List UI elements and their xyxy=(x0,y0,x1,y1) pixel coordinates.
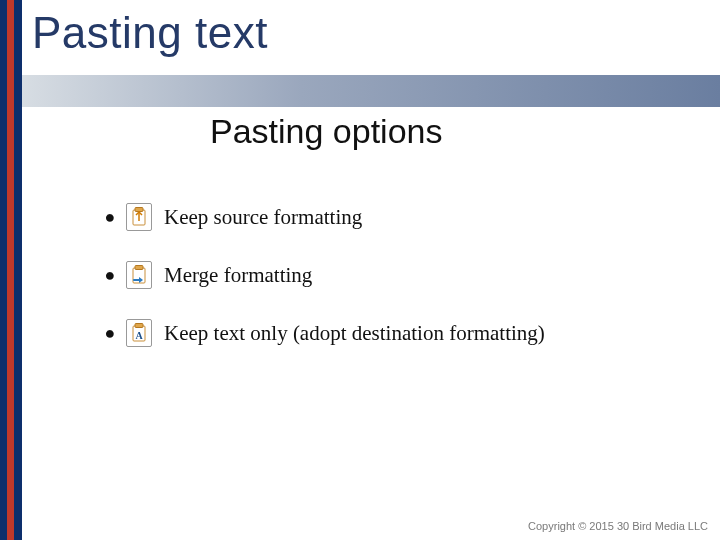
header-gradient-stripe xyxy=(22,75,720,107)
options-list: ● Keep source formatting ● Merge formatt… xyxy=(100,188,545,362)
svg-rect-1 xyxy=(135,208,143,212)
list-item-label: Keep source formatting xyxy=(164,205,362,230)
copyright-footer: Copyright © 2015 30 Bird Media LLC xyxy=(528,520,708,532)
left-accent-red-stripe xyxy=(7,0,14,540)
svg-text:A: A xyxy=(135,330,143,341)
svg-rect-3 xyxy=(135,266,143,270)
list-item: ● A Keep text only (adopt destination fo… xyxy=(100,304,545,362)
list-item-label: Merge formatting xyxy=(164,263,312,288)
keep-source-formatting-icon xyxy=(126,203,152,231)
keep-text-only-icon: A xyxy=(126,319,152,347)
list-item: ● Merge formatting xyxy=(100,246,545,304)
list-item-label: Keep text only (adopt destination format… xyxy=(164,321,545,346)
bullet-icon: ● xyxy=(100,207,120,228)
merge-formatting-icon xyxy=(126,261,152,289)
left-accent-bar xyxy=(0,0,22,540)
slide-subtitle: Pasting options xyxy=(210,112,443,151)
bullet-icon: ● xyxy=(100,323,120,344)
bullet-icon: ● xyxy=(100,265,120,286)
svg-rect-5 xyxy=(135,324,143,328)
slide-title: Pasting text xyxy=(32,8,268,58)
list-item: ● Keep source formatting xyxy=(100,188,545,246)
